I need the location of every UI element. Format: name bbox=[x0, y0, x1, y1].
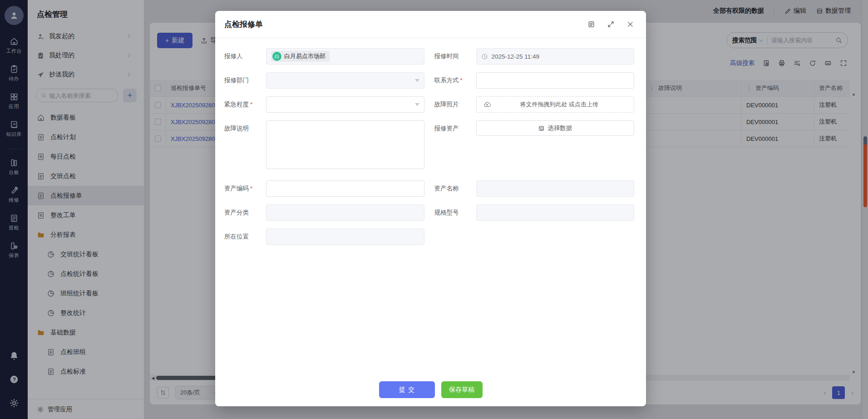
cloud-upload-icon bbox=[483, 100, 491, 109]
field-label-asset-code: 资产编码* bbox=[224, 180, 266, 193]
field-label-department: 报修部门 bbox=[224, 72, 266, 85]
modal-footer: 提交 保存草稿 bbox=[215, 381, 646, 406]
caret-down-icon bbox=[415, 79, 419, 82]
select-data-icon bbox=[538, 125, 545, 132]
caret-down-icon bbox=[415, 103, 419, 106]
field-label-asset-name: 资产名称 bbox=[434, 180, 476, 193]
field-label-spec-model: 规格型号 bbox=[434, 205, 476, 217]
submit-button[interactable]: 提交 bbox=[379, 381, 435, 398]
contact-field[interactable] bbox=[476, 72, 635, 89]
department-select bbox=[266, 72, 424, 89]
field-label-location: 所在位置 bbox=[224, 229, 266, 241]
contact-input[interactable] bbox=[481, 77, 630, 84]
save-draft-button[interactable]: 保存草稿 bbox=[441, 381, 483, 398]
expand-icon[interactable] bbox=[607, 20, 615, 28]
asset-class-field bbox=[266, 205, 424, 221]
fault-desc-textarea[interactable] bbox=[266, 120, 424, 169]
field-label-contact: 联系方式* bbox=[434, 72, 476, 85]
operation-log-icon[interactable] bbox=[587, 20, 595, 28]
reporter-field: 白 白月易点市场部 bbox=[266, 48, 424, 65]
asset-code-input[interactable] bbox=[271, 185, 419, 192]
close-icon[interactable] bbox=[626, 20, 634, 28]
field-label-reporter: 报修人 bbox=[224, 48, 266, 60]
clock-icon bbox=[481, 53, 488, 60]
asset-name-field bbox=[476, 180, 635, 197]
modal-title: 点检报修单 bbox=[224, 19, 263, 30]
photo-upload-dropzone[interactable]: 将文件拖拽到此处 或点击上传 bbox=[476, 96, 635, 113]
select-data-button[interactable]: 选择数据 bbox=[476, 120, 635, 136]
urgency-select[interactable] bbox=[266, 96, 424, 113]
modal-form: 报修人 白 白月易点市场部 报修时间 2025-12-25 11:49 报修部门 bbox=[215, 38, 646, 381]
field-label-fault-photo: 故障照片 bbox=[434, 96, 476, 109]
field-label-fault-desc: 故障说明 bbox=[224, 120, 266, 133]
location-field bbox=[266, 229, 424, 245]
asset-code-field[interactable] bbox=[266, 180, 424, 197]
repair-order-modal: 点检报修单 报修人 白 白月易点市场部 报修时间 bbox=[215, 11, 646, 406]
reporter-tag: 白 白月易点市场部 bbox=[271, 51, 330, 62]
modal-header: 点检报修单 bbox=[215, 11, 646, 38]
spec-model-field bbox=[476, 205, 635, 221]
reporter-avatar: 白 bbox=[272, 52, 281, 61]
field-label-asset-class: 资产分类 bbox=[224, 205, 266, 217]
field-label-urgency: 紧急程度* bbox=[224, 96, 266, 109]
field-label-repair-asset: 报修资产 bbox=[434, 120, 476, 133]
field-label-report-time: 报修时间 bbox=[434, 48, 476, 60]
report-time-field: 2025-12-25 11:49 bbox=[476, 48, 635, 65]
